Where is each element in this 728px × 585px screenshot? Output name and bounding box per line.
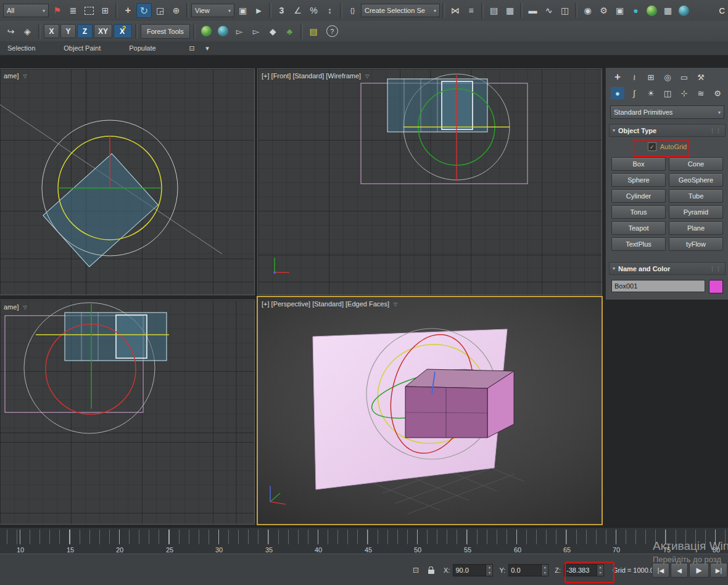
- motion-tab-icon[interactable]: ◎: [661, 71, 674, 83]
- helpers-category-icon[interactable]: ⊹: [677, 87, 691, 99]
- viewport-perspective-canvas[interactable]: [258, 297, 602, 524]
- help-icon[interactable]: ?: [326, 25, 338, 37]
- rollout-collapse-icon[interactable]: ▾: [613, 266, 615, 271]
- isolate-selection-icon[interactable]: ⊡: [410, 564, 422, 576]
- object-color-swatch[interactable]: [709, 280, 723, 293]
- axis-constraint-y-button[interactable]: Y: [60, 24, 76, 38]
- render-gallery-icon[interactable]: ▦: [660, 3, 676, 18]
- geometry-category-icon[interactable]: ●: [611, 87, 624, 99]
- textplus-button[interactable]: TextPlus: [611, 237, 666, 251]
- tab-selection[interactable]: Selection: [7, 44, 35, 52]
- pyramid-button[interactable]: Pyramid: [669, 205, 723, 219]
- curve-editor-icon[interactable]: ∿: [541, 3, 556, 18]
- axis-constraint-xy-button[interactable]: XY: [94, 24, 112, 38]
- spinner-snap-icon[interactable]: ↕: [322, 3, 337, 18]
- x-spinner[interactable]: ▲ ▼: [486, 565, 492, 576]
- next-frame-button[interactable]: ▶|: [710, 563, 727, 578]
- rectangular-selection-region-icon[interactable]: [81, 3, 97, 18]
- scene-explorer-icon[interactable]: ▤: [486, 3, 502, 18]
- previous-frame-button[interactable]: ◀: [671, 563, 688, 578]
- torus-button[interactable]: Torus: [611, 205, 666, 219]
- select-scale-icon[interactable]: ◲: [152, 3, 168, 18]
- tube-button[interactable]: Tube: [669, 189, 723, 203]
- mirror-icon[interactable]: ⋈: [447, 3, 463, 18]
- ribbon-box-icon[interactable]: ⊡: [184, 41, 200, 55]
- render-in-cloud-icon[interactable]: [647, 6, 657, 16]
- percent-snap-icon[interactable]: %: [306, 3, 321, 18]
- schematic-view-icon[interactable]: ◫: [557, 3, 573, 18]
- y-coordinate-value[interactable]: 0.0: [509, 565, 541, 576]
- named-selection-set-dropdown[interactable]: Create Selection Se ▾: [361, 4, 440, 17]
- box-object[interactable]: [405, 369, 514, 438]
- axis-constraint-z-button[interactable]: Z: [77, 24, 93, 38]
- x-coordinate-field[interactable]: 90.0 ▲ ▼: [453, 564, 493, 576]
- forest-tree-icon[interactable]: ♣: [282, 24, 297, 39]
- spinner-up-icon[interactable]: ▲: [542, 565, 548, 570]
- viewport-front-label[interactable]: [+] [Front] [Standard] [Wireframe] ▽: [262, 72, 369, 80]
- viewport-top[interactable]: ame] ▽: [0, 69, 254, 295]
- forest-sphere2-icon[interactable]: [218, 26, 228, 36]
- viewport-left[interactable]: ame] ▽: [0, 300, 254, 524]
- angle-snap-icon[interactable]: ∠: [290, 3, 305, 18]
- render-production-icon[interactable]: ●: [628, 3, 643, 18]
- select-by-name-icon[interactable]: ≣: [65, 3, 81, 18]
- tab-populate[interactable]: Populate: [129, 44, 155, 52]
- hierarchy-tab-icon[interactable]: ⊞: [644, 71, 658, 83]
- select-manipulate-icon[interactable]: ▶: [251, 3, 267, 18]
- spinner-down-icon[interactable]: ▼: [486, 570, 492, 576]
- viewport-perspective[interactable]: [+] [Perspective] [Standard] [Edged Face…: [258, 297, 602, 524]
- object-name-field[interactable]: Box001: [611, 280, 705, 292]
- cone-button[interactable]: Cone: [669, 157, 723, 171]
- cylinder-button[interactable]: Cylinder: [611, 189, 666, 203]
- spacewarps-category-icon[interactable]: ≋: [694, 87, 708, 99]
- axis-constraint-x-button[interactable]: X: [44, 24, 59, 38]
- y-spinner[interactable]: ▲ ▼: [541, 565, 548, 576]
- forest-sphere-icon[interactable]: [201, 26, 212, 36]
- shapes-category-icon[interactable]: ∫: [627, 87, 641, 99]
- viewport-perspective-label[interactable]: [+] [Perspective] [Standard] [Edged Face…: [262, 300, 397, 308]
- viewport-filter-funnel-icon[interactable]: ▽: [394, 301, 397, 307]
- sphere-button[interactable]: Sphere: [611, 173, 666, 187]
- go-to-start-button[interactable]: |◀: [652, 563, 669, 578]
- box-button[interactable]: Box: [611, 157, 666, 171]
- cameras-category-icon[interactable]: ◫: [661, 87, 674, 99]
- bind-to-spacewarp-icon[interactable]: ◈: [20, 24, 35, 39]
- play-button[interactable]: ▶: [689, 563, 709, 578]
- modify-tab-icon[interactable]: ≀: [627, 71, 641, 83]
- viewport-left-canvas[interactable]: [0, 300, 254, 524]
- viewport-front[interactable]: [+] [Front] [Standard] [Wireframe] ▽: [258, 69, 602, 295]
- viewport-left-label[interactable]: ame] ▽: [4, 303, 27, 311]
- object-type-rollout-header[interactable]: ▾ Object Type ⋮⋮: [609, 124, 726, 137]
- axis-constraint-plane-button[interactable]: X ?: [114, 24, 132, 38]
- bookmark-flag-icon[interactable]: ⚑: [49, 3, 65, 18]
- select-rotate-icon[interactable]: ↻: [136, 3, 152, 18]
- lights-category-icon[interactable]: ☀: [644, 87, 658, 99]
- forest-pick-icon[interactable]: ▻: [232, 24, 247, 39]
- primitive-category-dropdown[interactable]: Standard Primitives ▾: [610, 105, 724, 119]
- select-move-icon[interactable]: +: [120, 3, 136, 18]
- script-listener-icon[interactable]: ▤: [306, 24, 321, 39]
- ribbon-toggle-icon[interactable]: ▬: [525, 3, 540, 18]
- viewport-top-label[interactable]: ame] ▽: [4, 72, 27, 80]
- named-selection-sets-icon[interactable]: {}: [345, 3, 360, 18]
- snap-toggle-3d-icon[interactable]: 3: [274, 3, 289, 18]
- tab-object-paint[interactable]: Object Paint: [64, 44, 101, 52]
- viewport-top-canvas[interactable]: [0, 69, 254, 295]
- ribbon-config-chevron-icon[interactable]: ▾: [200, 41, 215, 55]
- viewport-menu-triangle-icon[interactable]: ▽: [23, 305, 27, 310]
- display-tab-icon[interactable]: ▭: [677, 71, 691, 83]
- use-pivot-center-icon[interactable]: ▣: [235, 3, 250, 18]
- viewport-menu-triangle-icon[interactable]: ▽: [365, 73, 369, 79]
- forest-pick-alt-icon[interactable]: ▻: [249, 24, 264, 39]
- utilities-tab-icon[interactable]: ⚒: [694, 71, 708, 83]
- name-color-rollout-header[interactable]: ▾ Name and Color ⋮⋮: [609, 262, 726, 275]
- create-tab-icon[interactable]: +: [611, 71, 624, 83]
- select-place-icon[interactable]: ⊕: [168, 3, 184, 18]
- forest-tools-button[interactable]: Forest Tools: [141, 24, 190, 39]
- spinner-up-icon[interactable]: ▲: [486, 565, 492, 570]
- selection-lock-icon[interactable]: [425, 564, 437, 576]
- viewport-menu-triangle-icon[interactable]: ▽: [23, 73, 27, 79]
- teapot-button[interactable]: Teapot: [611, 221, 666, 235]
- box-selected-face[interactable]: [116, 315, 147, 358]
- align-icon[interactable]: ≡: [463, 3, 479, 18]
